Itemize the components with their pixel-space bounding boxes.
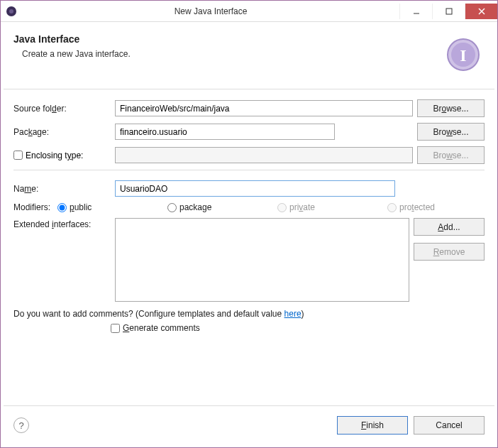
browse-enclosing-button: Browse... bbox=[417, 146, 485, 164]
add-button[interactable]: Add... bbox=[414, 218, 485, 236]
remove-button: Remove bbox=[414, 243, 485, 261]
generate-comments-checkbox[interactable] bbox=[111, 324, 120, 333]
extended-interfaces-list[interactable] bbox=[115, 218, 409, 302]
modifier-protected: protected bbox=[387, 202, 485, 212]
enclosing-type-input bbox=[115, 147, 413, 163]
modifier-package[interactable]: package bbox=[167, 202, 265, 212]
svg-point-1 bbox=[9, 9, 13, 13]
modifiers-label: Modifiers: bbox=[13, 202, 53, 212]
modifier-public[interactable]: public bbox=[57, 202, 155, 212]
comments-here-link[interactable]: here bbox=[284, 309, 301, 319]
separator bbox=[13, 170, 485, 170]
comments-section: Do you want to add comments? (Configure … bbox=[13, 309, 485, 333]
banner-subtitle: Create a new Java interface. bbox=[13, 49, 442, 59]
banner: Java Interface Create a new Java interfa… bbox=[4, 25, 494, 89]
interface-icon: I bbox=[442, 33, 485, 76]
minimize-button[interactable] bbox=[399, 4, 432, 19]
modifier-private: private bbox=[277, 202, 375, 212]
help-button[interactable]: ? bbox=[13, 417, 29, 433]
dialog-content: Java Interface Create a new Java interfa… bbox=[1, 22, 497, 447]
footer: ? Finish Cancel bbox=[4, 405, 494, 444]
window-buttons bbox=[399, 4, 497, 19]
comments-text: Do you want to add comments? (Configure … bbox=[13, 309, 284, 319]
close-button[interactable] bbox=[465, 4, 497, 19]
form-area: Source folder: Browse... Package: Browse… bbox=[4, 89, 494, 337]
app-icon bbox=[1, 6, 22, 17]
package-label: Package: bbox=[13, 127, 111, 137]
extended-interfaces-label: Extended interfaces: bbox=[13, 218, 111, 229]
enclosing-type-label: Enclosing type: bbox=[26, 151, 83, 160]
browse-package-button[interactable]: Browse... bbox=[417, 123, 485, 141]
titlebar[interactable]: New Java Interface bbox=[1, 1, 497, 22]
maximize-button[interactable] bbox=[432, 4, 465, 19]
generate-comments-label: Generate comments bbox=[123, 323, 200, 333]
source-folder-label: Source folder: bbox=[13, 104, 111, 114]
modifiers-group: public package private protected bbox=[57, 202, 485, 212]
name-label: Name: bbox=[13, 184, 111, 194]
window-title: New Java Interface bbox=[22, 6, 399, 16]
browse-source-button[interactable]: Browse... bbox=[417, 99, 485, 117]
banner-title: Java Interface bbox=[13, 33, 442, 45]
svg-rect-3 bbox=[446, 9, 452, 14]
package-input[interactable] bbox=[115, 124, 335, 140]
svg-text:I: I bbox=[460, 46, 466, 65]
finish-button[interactable]: Finish bbox=[337, 416, 408, 435]
comments-close: ) bbox=[301, 309, 304, 319]
enclosing-type-checkbox[interactable] bbox=[13, 151, 23, 160]
dialog-window: New Java Interface Java Interface Create… bbox=[0, 0, 498, 448]
cancel-button[interactable]: Cancel bbox=[414, 416, 485, 435]
name-input[interactable] bbox=[115, 180, 395, 197]
source-folder-input[interactable] bbox=[115, 100, 413, 116]
